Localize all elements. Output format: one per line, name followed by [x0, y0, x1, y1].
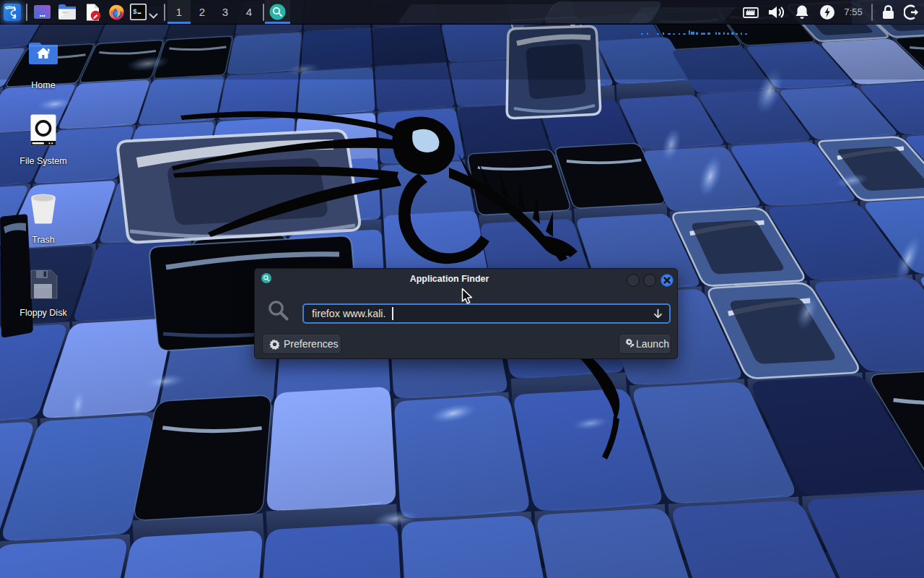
svg-text:$: $ [133, 8, 137, 16]
